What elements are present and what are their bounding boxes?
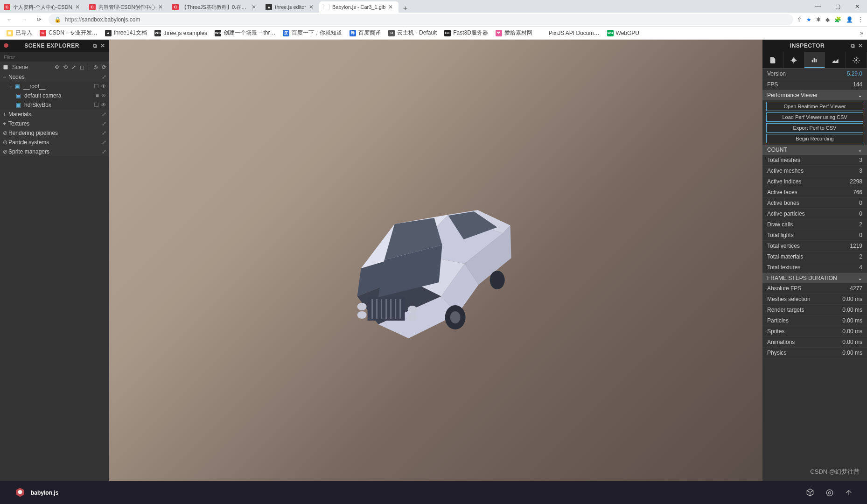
- section-textures[interactable]: +Textures⤢: [0, 119, 109, 128]
- tree-node[interactable]: ▣default camera■👁: [0, 91, 109, 100]
- babylon-logo[interactable]: babylon.js: [14, 487, 58, 499]
- refresh-icon[interactable]: ⟳: [102, 64, 106, 70]
- tree-node[interactable]: +▣__root__☐👁: [0, 82, 109, 91]
- checkbox-icon[interactable]: ☐: [94, 83, 99, 90]
- viewport-3d[interactable]: [109, 40, 762, 481]
- bookmark-item[interactable]: WSthree.js examples: [152, 29, 210, 37]
- expand-all-icon[interactable]: ⤢: [102, 148, 106, 155]
- visibility-icon[interactable]: 👁: [101, 102, 106, 108]
- close-icon[interactable]: ✕: [99, 42, 106, 49]
- close-icon[interactable]: ✕: [857, 42, 864, 49]
- new-tab-button[interactable]: +: [399, 4, 412, 13]
- environment-icon[interactable]: [825, 488, 834, 497]
- filter-input[interactable]: [0, 52, 109, 62]
- browser-tab[interactable]: C【ThreeJS基础教程】0.在学习使✕: [168, 1, 262, 13]
- expand-icon[interactable]: ⊘: [3, 139, 8, 146]
- menu-icon[interactable]: ⋮: [858, 16, 863, 23]
- share-icon[interactable]: ⇪: [797, 16, 802, 23]
- extension-icon[interactable]: ◆: [825, 16, 830, 23]
- gizmo-rotate-icon[interactable]: ⟲: [63, 64, 68, 70]
- perf-section-header[interactable]: Performance Viewer⌄: [762, 90, 867, 100]
- url-input[interactable]: 🔒 https://sandbox.babylonjs.com: [49, 14, 793, 25]
- extension-icon[interactable]: ✱: [816, 16, 821, 23]
- browser-tab[interactable]: ▲three.js editor✕: [262, 1, 319, 13]
- bookmark-item[interactable]: ◯PixiJS API Docum…: [537, 29, 602, 37]
- folder-icon: ▣: [7, 30, 13, 36]
- expand-all-icon[interactable]: ⤢: [102, 120, 106, 127]
- reload-button[interactable]: ⟳: [34, 14, 45, 25]
- bookmark-item[interactable]: ❤爱给素材网: [493, 28, 535, 38]
- bookmark-item[interactable]: BTFast3D服务器: [441, 28, 491, 38]
- camera-icon[interactable]: ■: [96, 92, 99, 99]
- gizmo-scale-icon[interactable]: ⤢: [71, 64, 76, 70]
- tree-node[interactable]: ▣hdrSkyBox☐👁: [0, 100, 109, 110]
- tab-close-icon[interactable]: ✕: [309, 4, 315, 10]
- popup-icon[interactable]: ⧉: [849, 42, 857, 49]
- extensions-icon[interactable]: 🧩: [834, 16, 841, 23]
- expand-icon[interactable]: +: [9, 83, 15, 90]
- checkbox-icon[interactable]: ☐: [94, 102, 99, 108]
- section-materials[interactable]: +Materials⤢: [0, 110, 109, 119]
- back-button[interactable]: ←: [4, 14, 15, 25]
- tab-close-icon[interactable]: ✕: [75, 4, 82, 10]
- node-label: hdrSkyBox: [24, 102, 94, 108]
- bookmark-item[interactable]: 译百度翻译: [347, 28, 384, 38]
- expand-all-icon[interactable]: ⤢: [102, 111, 106, 118]
- tab-tools[interactable]: [825, 52, 846, 68]
- maximize-button[interactable]: ▢: [828, 0, 847, 13]
- expand-all-icon[interactable]: ⤢: [102, 74, 106, 80]
- collapse-icon[interactable]: −: [3, 74, 8, 80]
- section-sprite-managers[interactable]: ⊘Sprite managers⤢: [0, 147, 109, 156]
- tab-close-icon[interactable]: ✕: [252, 4, 258, 10]
- tab-title: Babylon.js - Car3_1.glb: [332, 4, 385, 10]
- tab-properties[interactable]: [762, 52, 783, 68]
- bookmark-star-icon[interactable]: ★: [806, 16, 811, 23]
- bookmark-item[interactable]: CCSDN - 专业开发…: [37, 28, 100, 38]
- browser-tab[interactable]: C内容管理-CSDN创作中心✕: [85, 1, 169, 13]
- expand-icon[interactable]: +: [3, 111, 8, 118]
- bookmark-item[interactable]: ▣已导入: [4, 28, 35, 38]
- visibility-icon[interactable]: 👁: [101, 92, 106, 99]
- upload-icon[interactable]: [845, 489, 853, 497]
- bookmark-item[interactable]: 度百度一下，你就知道: [280, 28, 345, 38]
- tab-close-icon[interactable]: ✕: [158, 4, 165, 10]
- expand-icon[interactable]: ⊘: [3, 130, 8, 136]
- tab-close-icon[interactable]: ✕: [388, 4, 395, 10]
- bookmarks-overflow-icon[interactable]: »: [860, 30, 863, 36]
- frame-section-header[interactable]: FRAME STEPS DURATION⌄: [762, 273, 867, 283]
- bookmark-item[interactable]: W3WebGPU: [604, 29, 642, 37]
- expand-all-icon[interactable]: ⤢: [102, 130, 106, 136]
- tab-statistics[interactable]: [804, 52, 825, 68]
- visibility-icon[interactable]: 👁: [101, 83, 106, 90]
- perf-button[interactable]: Begin Recording: [766, 134, 863, 143]
- perf-button[interactable]: Open Realtime Perf Viewer: [766, 102, 863, 111]
- browser-tab[interactable]: ◉Babylon.js - Car3_1.glb✕: [319, 1, 399, 13]
- expand-icon[interactable]: +: [3, 120, 8, 127]
- tab-debug[interactable]: [783, 52, 804, 68]
- perf-button[interactable]: Export Perf to CSV: [766, 123, 863, 133]
- popup-icon[interactable]: ⧉: [91, 42, 99, 49]
- close-window-button[interactable]: ✕: [847, 0, 867, 13]
- cube-icon[interactable]: [805, 488, 815, 497]
- bookmark-item[interactable]: U云主机 - Default: [385, 28, 440, 38]
- tab-settings[interactable]: [846, 52, 867, 68]
- picker-icon[interactable]: ⊚: [93, 64, 98, 70]
- scene-root-label[interactable]: Scene: [12, 64, 28, 70]
- perf-button[interactable]: Load Perf Viewer using CSV: [766, 112, 863, 122]
- bookmark-item[interactable]: ▲three141文档: [102, 28, 150, 38]
- nodes-section[interactable]: − Nodes ⤢: [0, 72, 109, 82]
- expand-all-icon[interactable]: ⤢: [102, 139, 106, 146]
- minimize-button[interactable]: —: [808, 0, 828, 13]
- bookmark-favicon: BT: [444, 30, 451, 36]
- bounding-box-icon[interactable]: ◻: [80, 64, 84, 70]
- count-section-header[interactable]: COUNT⌄: [762, 145, 867, 155]
- section-rendering-pipelines[interactable]: ⊘Rendering pipelines⤢: [0, 128, 109, 138]
- expand-icon[interactable]: ⊘: [3, 148, 8, 155]
- gizmo-move-icon[interactable]: ✥: [55, 64, 59, 70]
- profile-icon[interactable]: 👤: [846, 16, 853, 23]
- section-particle-systems[interactable]: ⊘Particle systems⤢: [0, 138, 109, 147]
- stat-row: Draw calls2: [762, 219, 867, 230]
- bookmark-item[interactable]: WS创建一个场景 – thr…: [212, 28, 278, 38]
- browser-tab[interactable]: C个人资料-个人中心-CSDN✕: [0, 1, 85, 13]
- forward-button[interactable]: →: [19, 14, 30, 25]
